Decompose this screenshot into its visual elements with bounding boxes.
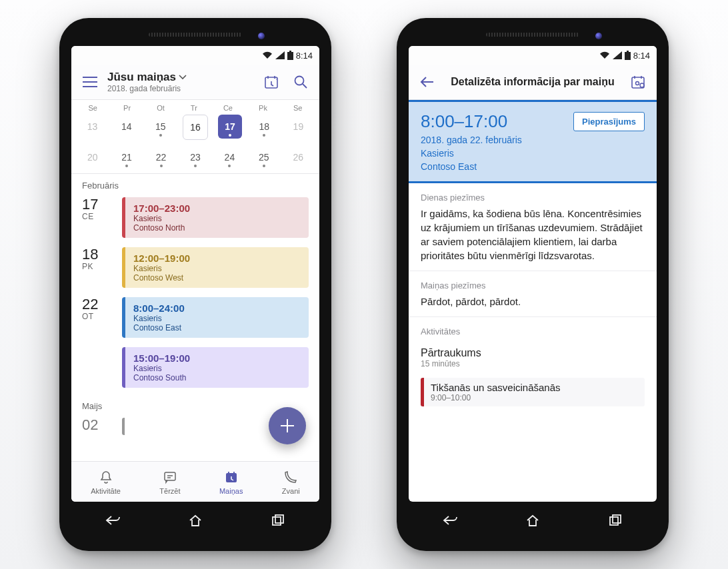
nav-back-icon[interactable] [99, 507, 126, 534]
cal-day[interactable]: 25 [252, 145, 276, 169]
shift-role: Kasieris [133, 214, 301, 223]
chevron-down-icon [179, 74, 187, 81]
shifts-icon [223, 468, 240, 486]
camera-dot [258, 33, 265, 39]
signal-icon [275, 51, 285, 59]
tab-chat[interactable]: Tērzēt [159, 468, 180, 495]
hero-location: Contoso East [421, 161, 645, 172]
day-notes-label: Dienas piezīmes [409, 183, 657, 207]
nav-recents-icon[interactable] [602, 507, 629, 534]
tab-calls[interactable]: Zvani [282, 468, 300, 495]
bell-icon [97, 468, 115, 486]
cal-day[interactable]: 13 [81, 115, 105, 139]
tab-activity[interactable]: Aktivitāte [91, 468, 121, 495]
battery-icon [287, 51, 293, 60]
entry-date: 17 CE [82, 197, 114, 221]
shift-entry: 22 OT 8:00–24:00 Kasieris Contoso East [71, 294, 319, 344]
shift-time: 15:00–19:00 [133, 352, 301, 364]
dow: Pr [123, 104, 131, 112]
tab-label: Zvani [282, 487, 300, 495]
timeclock-icon[interactable]: ? [259, 70, 283, 94]
cal-day-selected[interactable]: 17 [218, 115, 242, 139]
cal-day[interactable]: 18 [252, 115, 276, 139]
plus-icon [279, 417, 296, 434]
nav-home-icon[interactable] [182, 507, 209, 534]
phone-left: 8:14 Jūsu maiņas 2018. gada februāris ? [59, 18, 331, 551]
shift-time: 12:00–19:00 [133, 253, 301, 264]
svg-point-13 [636, 82, 639, 85]
nav-back-icon[interactable] [437, 507, 463, 534]
shift-card[interactable]: 17:00–23:00 Kasieris Contoso North [122, 197, 309, 238]
svg-rect-11 [632, 77, 644, 88]
speaker-grille [149, 33, 242, 37]
activity-card-time: 9:00–10:00 [431, 393, 638, 402]
wifi-icon [599, 51, 610, 59]
header-details-title: Detalizēta informācija par maiņu [445, 76, 621, 88]
activity-card[interactable]: Tikšanās un sasveicināšanās 9:00–10:00 [421, 378, 645, 406]
cal-day[interactable]: 22 [149, 145, 173, 169]
shift-location: Contoso South [133, 373, 301, 382]
status-time: 8:14 [633, 51, 650, 61]
cal-day[interactable]: 21 [115, 145, 139, 169]
chat-icon [161, 468, 179, 486]
battery-icon [625, 51, 631, 60]
shift-role: Kasieris [133, 264, 301, 273]
entry-date: 18 PK [82, 247, 114, 271]
shift-entry: 18 PK 12:00–19:00 Kasieris Contoso West [71, 245, 319, 294]
nav-recents-icon[interactable] [265, 507, 291, 534]
header-title-block[interactable]: Jūsu maiņas 2018. gada februāris [107, 71, 254, 93]
activities-label: Aktivitātes [409, 317, 657, 340]
calendar-row-2: 20 21 22 23 24 25 26 [71, 144, 319, 174]
svg-rect-8 [275, 515, 283, 523]
hero-date: 2018. gada 22. februāris [421, 135, 645, 145]
timeclock-icon[interactable] [626, 70, 650, 94]
dow: Se [293, 104, 302, 112]
cal-day[interactable]: 20 [81, 145, 105, 169]
cal-day[interactable]: 24 [217, 145, 241, 169]
dow: Ce [223, 104, 233, 112]
screen-shift-details: 8:14 Detalizēta informācija par maiņu 8:… [409, 46, 657, 502]
shift-card[interactable]: 8:00–24:00 Kasieris Contoso East [122, 297, 309, 338]
entry-date: 22 OT [82, 297, 114, 321]
svg-rect-10 [627, 51, 629, 52]
calendar-row-1: 13 14 15 16 17 18 19 [71, 113, 319, 144]
tab-shifts[interactable]: Maiņas [219, 468, 243, 495]
break-title: Pārtraukums [409, 340, 657, 359]
add-shift-fab[interactable] [269, 407, 306, 444]
shift-location: Contoso West [133, 273, 301, 283]
cal-day[interactable]: 26 [286, 145, 310, 169]
shift-role: Kasieris [133, 314, 301, 323]
tab-bar: Aktivitāte Tērzēt Maiņas Zvani [71, 461, 319, 502]
svg-point-12 [640, 83, 644, 87]
nav-home-icon[interactable] [519, 507, 546, 534]
status-bar: 8:14 [71, 46, 319, 65]
svg-point-4 [295, 77, 304, 85]
cal-day[interactable]: 19 [286, 115, 310, 139]
phone-right: 8:14 Detalizēta informācija par maiņu 8:… [397, 18, 669, 551]
cal-day[interactable]: 23 [183, 145, 207, 169]
screen-shifts-list: 8:14 Jūsu maiņas 2018. gada februāris ? [71, 46, 319, 502]
shift-time: 8:00–24:00 [133, 302, 301, 314]
activity-card-title: Tikšanās un sasveicināšanās [431, 382, 638, 393]
svg-rect-14 [610, 517, 618, 525]
cal-day[interactable]: 14 [115, 115, 139, 139]
wifi-icon [262, 51, 273, 59]
phone-icon [282, 468, 299, 486]
shift-location: Contoso East [133, 323, 301, 332]
menu-button[interactable] [78, 70, 102, 94]
cal-day[interactable]: 15 [149, 115, 173, 139]
search-icon[interactable] [289, 70, 313, 94]
shift-card[interactable]: 12:00–19:00 Kasieris Contoso West [122, 247, 309, 288]
day-notes-body: Ir gaidāms, ka šodiena būs lēna. Koncent… [409, 207, 657, 271]
request-button[interactable]: Pieprasījums [573, 112, 645, 131]
entry-date: 02 [82, 418, 114, 432]
shift-notes-body: Pārdot, pārdot, pārdot. [409, 294, 657, 317]
dow: Pk [259, 104, 267, 112]
shift-time: 17:00–23:00 [133, 203, 301, 214]
cal-day-today[interactable]: 16 [183, 115, 208, 140]
shift-location: Contoso North [133, 223, 301, 233]
shift-card[interactable]: 15:00–19:00 Kasieris Contoso South [122, 347, 309, 388]
shift-notes-label: Maiņas piezīmes [409, 271, 657, 294]
back-button[interactable] [415, 70, 439, 94]
month-label: Februāris [71, 174, 319, 195]
